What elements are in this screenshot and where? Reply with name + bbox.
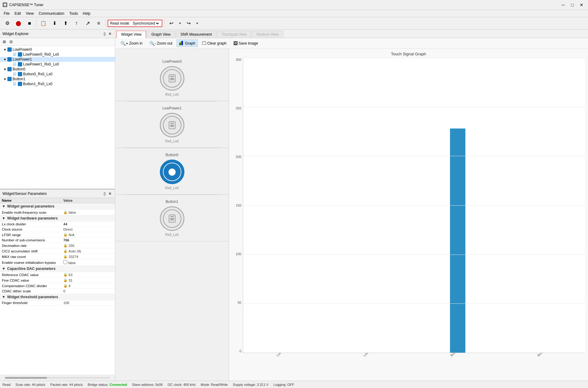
param-lfsr: LFSR range 🔒 N/A (0, 232, 115, 238)
down-button[interactable]: ⬇ (49, 19, 59, 28)
pp-restore-button[interactable]: ▯ (102, 191, 107, 196)
status-mode: Read (2, 383, 10, 386)
tab-gesture-view[interactable]: Gesture View (252, 31, 283, 38)
we-collapse-all[interactable]: ⊟ (8, 39, 14, 45)
gridline-150 (243, 205, 585, 206)
tree-lowpower1[interactable]: ▼ LowPower1 (0, 57, 115, 62)
minimize-button[interactable]: ─ (559, 2, 567, 8)
graph-button[interactable]: Graph (176, 39, 198, 47)
menu-file[interactable]: File (1, 11, 12, 16)
svg-rect-15 (170, 218, 174, 220)
tree-icon-b1-rx0lx0 (18, 82, 22, 86)
tab-widget-view[interactable]: Widget View (116, 31, 146, 38)
tree-lowpower1-rx0lx0[interactable]: ☑ LowPower1_Rx0_Lx0 (0, 62, 115, 67)
svg-rect-2 (182, 41, 183, 45)
coarse-bypass-checkbox[interactable] (63, 260, 67, 264)
undo-button[interactable]: ↩ (166, 19, 176, 28)
titlebar-left: 🔲 CAPSENSE™ Tuner (2, 2, 43, 7)
section-threshold: ▼ Widget threshold parameters (0, 294, 115, 300)
param-decimation: Decimation rate 🔒 255 (0, 243, 115, 248)
gridline-200 (243, 156, 585, 156)
params-col-value: Value (61, 198, 115, 203)
arrow-up-button[interactable]: ↑ (72, 19, 81, 28)
maximize-button[interactable]: □ (568, 2, 576, 8)
svg-rect-14 (170, 216, 174, 217)
tree-button0[interactable]: ▼ Button0 (0, 67, 115, 72)
clear-graph-button[interactable]: Clear graph (199, 40, 229, 47)
param-lx-clock: Lx clock divider 44 (0, 222, 115, 227)
menu-view[interactable]: View (23, 11, 36, 16)
redo-button[interactable]: ↪ (184, 19, 193, 28)
widget-explorer-controls: ▯ ✕ (102, 31, 112, 36)
widget-circle-button1[interactable] (160, 206, 184, 231)
tab-graph-view[interactable]: Graph View (147, 31, 175, 38)
tree-button1-rx0lx0[interactable]: ☑ Button1_Rx0_Lx0 (0, 81, 115, 86)
arrow-upright-button[interactable]: ↗ (83, 19, 93, 28)
tree-cb-button0-rx0lx0[interactable]: ☑ (12, 72, 17, 76)
widget-view: LowPower0 Rx0_Lx0 LowPower1 (115, 49, 229, 381)
graph-inner: LowPower0_Rx0_Lx0 LowPower1_Rx0_Lx0 Butt… (243, 58, 585, 378)
tab-touchpad-view[interactable]: Touchpad View (217, 31, 251, 38)
copy-button[interactable]: 📋 (38, 19, 48, 28)
left-panel: Widget Explorer ▯ ✕ ⊞ ⊟ ▼ LowPower0 (0, 30, 115, 381)
content-area: LowPower0 Rx0_Lx0 LowPower1 (115, 49, 588, 381)
right-panel: Widget View Graph View SNR Measurement T… (115, 30, 588, 381)
params-scrollbar[interactable] (5, 377, 110, 379)
widget-section-lowpower0: LowPower0 Rx0_Lx0 (115, 55, 229, 101)
tree-cb-button1-rx0lx0[interactable]: ☑ (12, 82, 17, 86)
section-general: ▼ Widget general parameters (0, 203, 115, 210)
tree-cb-lowpower0-rx0lx0[interactable]: ☑ (12, 52, 17, 57)
graph-title: Touch Signal Graph (232, 52, 585, 56)
close-button[interactable]: ✕ (578, 2, 586, 8)
menu-edit[interactable]: Edit (12, 11, 23, 16)
main-area: Widget Explorer ▯ ✕ ⊞ ⊟ ▼ LowPower0 (0, 30, 588, 381)
param-cic2: CIC2 accumulator shift 🔒 Auto (8) (0, 248, 115, 254)
pp-close-button[interactable]: ✕ (108, 191, 112, 196)
params-panel-controls: ▯ ✕ (102, 191, 112, 196)
graph-container: 300 250 200 150 100 50 0 (232, 58, 585, 378)
widget-explorer: Widget Explorer ▯ ✕ ⊞ ⊟ ▼ LowPower0 (0, 30, 115, 189)
widget-circle-lowpower0[interactable] (160, 66, 184, 91)
upload-button[interactable]: ⬆ (61, 19, 70, 28)
tree-icon-lowpower1 (7, 57, 12, 61)
menu-help[interactable]: Help (80, 11, 93, 16)
graph-x-labels: LowPower0_Rx0_Lx0 LowPower1_Rx0_Lx0 Butt… (243, 353, 585, 378)
tree-lowpower0-rx0lx0[interactable]: ☑ LowPower0_Rx0_Lx0 (0, 52, 115, 57)
menu-communication[interactable]: Communication (36, 11, 67, 16)
param-max-raw: MAX raw count 🔒 33274 (0, 254, 115, 259)
tree-button0-rx0lx0[interactable]: ☑ Button0_Rx0_Lx0 (0, 72, 115, 77)
list-button[interactable]: ≡ (94, 19, 104, 28)
redo-dropdown[interactable]: ▾ (195, 19, 199, 28)
we-expand-all[interactable]: ⊞ (1, 39, 7, 45)
we-restore-button[interactable]: ▯ (102, 31, 107, 36)
status-logging: Logging: OFF (273, 383, 294, 386)
zoom-in-button[interactable]: 🔍+ Zoom in (118, 40, 145, 47)
zoom-out-button[interactable]: 🔍- Zoom out (147, 40, 175, 47)
save-image-button[interactable]: 🖼 Save image (231, 40, 261, 47)
square-button[interactable]: ■ (25, 19, 34, 28)
tree-lowpower0[interactable]: ▼ LowPower0 (0, 47, 115, 52)
svg-rect-0 (179, 43, 180, 45)
toolbar-separator-1 (36, 20, 37, 27)
status-i2c: I2C clock: 400 kHz (168, 383, 196, 386)
widget-circle-button0[interactable]: ⬤ (160, 160, 184, 184)
sub-toolbar: 🔍+ Zoom in 🔍- Zoom out Graph (115, 38, 588, 49)
undo-dropdown[interactable]: ▾ (177, 19, 182, 28)
we-close-button[interactable]: ✕ (108, 31, 112, 36)
svg-rect-9 (170, 78, 174, 80)
read-mode-select[interactable]: Synchronized Continuous (131, 21, 160, 26)
menu-tools[interactable]: Tools (67, 11, 80, 16)
tab-snr-measurement[interactable]: SNR Measurement (176, 31, 216, 38)
tree-icon-lowpower0 (7, 47, 12, 52)
tree-icon-b0-rx0lx0 (18, 72, 22, 76)
graph-plot-area (243, 58, 585, 353)
zoom-out-icon: 🔍- (149, 41, 156, 46)
status-scan-rate: Scan rate: 44 pkts/s (15, 383, 45, 386)
widget-circle-lowpower1[interactable] (160, 113, 184, 137)
settings-button[interactable]: ⚙ (2, 19, 12, 28)
tree-cb-lowpower1-rx0lx0[interactable]: ☑ (12, 62, 17, 66)
toolbar-separator-3 (164, 20, 164, 27)
stop-button[interactable]: ⬤ (14, 19, 23, 28)
tree-button1[interactable]: ▼ Button1 (0, 77, 115, 81)
statusbar: Read Scan rate: 44 pkts/s Packet rate: 4… (0, 381, 588, 388)
